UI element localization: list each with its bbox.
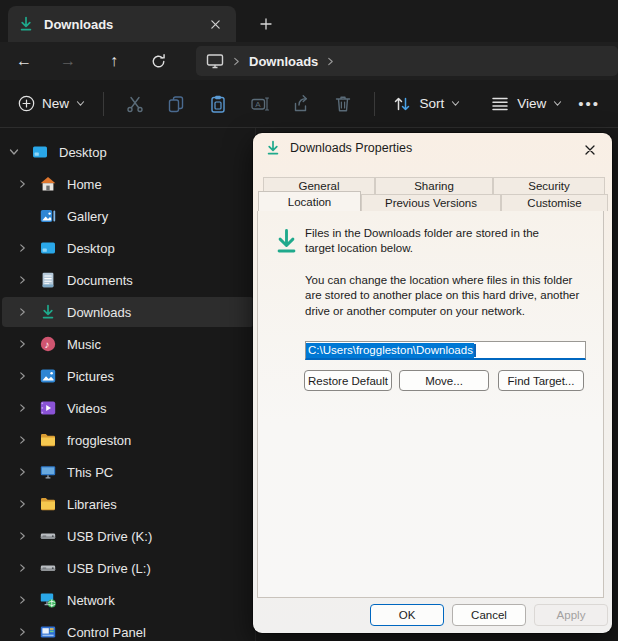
- delete-button[interactable]: [325, 87, 361, 121]
- chevron-right-icon[interactable]: [16, 595, 28, 605]
- sidebar-item-pictures[interactable]: Pictures: [2, 361, 254, 391]
- address-bar[interactable]: Downloads: [196, 46, 618, 76]
- view-button[interactable]: View: [482, 88, 570, 120]
- new-button-label: New: [42, 96, 69, 111]
- tab-location[interactable]: Location: [258, 191, 361, 211]
- command-toolbar: New Sort View •••: [0, 80, 618, 128]
- explorer-tab-downloads[interactable]: Downloads: [8, 6, 236, 42]
- chevron-right-icon[interactable]: [16, 307, 28, 317]
- rename-button[interactable]: [242, 87, 278, 121]
- more-options-button[interactable]: •••: [570, 95, 608, 112]
- sidebar-item-gallery[interactable]: Gallery: [2, 201, 254, 231]
- chevron-right-icon[interactable]: [16, 531, 28, 541]
- desktop-icon: [32, 144, 49, 160]
- location-description-text: You can change the location where files …: [305, 273, 583, 319]
- move-button[interactable]: Move...: [399, 370, 489, 391]
- folder-icon: [40, 496, 57, 512]
- back-button[interactable]: ←: [8, 46, 40, 76]
- sidebar-item-label: Libraries: [67, 497, 117, 512]
- sidebar-item-label: Gallery: [67, 209, 108, 224]
- sidebar-item-label: Desktop: [67, 241, 115, 256]
- sidebar-item-home[interactable]: Home: [2, 169, 254, 199]
- sidebar-item-label: Videos: [67, 401, 107, 416]
- sort-button-label: Sort: [419, 96, 444, 111]
- find-target-button[interactable]: Find Target...: [498, 370, 584, 391]
- toolbar-separator: [103, 92, 104, 116]
- sidebar-item-froggleston[interactable]: froggleston: [2, 425, 254, 455]
- sidebar-item-music[interactable]: Music: [2, 329, 254, 359]
- sort-button[interactable]: Sort: [384, 88, 468, 120]
- restore-default-button[interactable]: Restore Default: [304, 370, 392, 391]
- tab-sharing[interactable]: Sharing: [375, 177, 493, 194]
- chevron-right-icon[interactable]: [16, 435, 28, 445]
- chevron-right-icon[interactable]: [16, 275, 28, 285]
- network-icon: [40, 592, 57, 608]
- tab-security[interactable]: Security: [493, 177, 605, 194]
- chevron-right-icon[interactable]: [16, 339, 28, 349]
- apply-button[interactable]: Apply: [534, 604, 608, 626]
- sidebar-item-label: Network: [67, 593, 115, 608]
- paste-button[interactable]: [200, 87, 236, 121]
- tab-customise[interactable]: Customise: [501, 194, 608, 211]
- chevron-right-icon[interactable]: [16, 563, 28, 573]
- sidebar-item-videos[interactable]: Videos: [2, 393, 254, 423]
- toolbar-separator: [374, 92, 375, 116]
- navigation-bar: ← → ↑ Downloads: [0, 42, 618, 80]
- refresh-button[interactable]: [142, 46, 174, 76]
- sidebar-item-usb-drive-k[interactable]: USB Drive (K:): [2, 521, 254, 551]
- location-path-input[interactable]: C:\Users\froggleston\Downloads: [305, 341, 586, 360]
- chevron-right-icon[interactable]: [16, 499, 28, 509]
- music-icon: [40, 336, 57, 352]
- breadcrumb-chevron-icon[interactable]: [327, 57, 334, 66]
- dialog-close-icon[interactable]: [578, 139, 602, 161]
- text-caret: [474, 344, 476, 357]
- this-pc-icon: [40, 464, 57, 480]
- sidebar-item-label: USB Drive (K:): [67, 529, 152, 544]
- sidebar-item-desktop-pinned[interactable]: Desktop: [2, 233, 254, 263]
- videos-icon: [40, 400, 57, 416]
- sidebar-item-network[interactable]: Network: [2, 585, 254, 615]
- dialog-title-bar: Downloads Properties: [265, 140, 412, 156]
- new-tab-button[interactable]: [252, 10, 280, 38]
- chevron-right-icon[interactable]: [16, 371, 28, 381]
- sidebar-item-label: Documents: [67, 273, 133, 288]
- downloads-icon: [265, 140, 281, 156]
- control-panel-icon: [40, 624, 57, 640]
- chevron-down-icon: [451, 100, 460, 107]
- location-tab-page: Files in the Downloads folder are stored…: [257, 211, 604, 598]
- desktop-icon: [40, 240, 57, 256]
- new-button[interactable]: New: [10, 89, 93, 118]
- sidebar-item-label: This PC: [67, 465, 113, 480]
- downloads-icon: [18, 16, 34, 32]
- up-button[interactable]: ↑: [98, 46, 130, 76]
- folder-icon: [40, 432, 57, 448]
- cut-button[interactable]: [117, 87, 153, 121]
- forward-button[interactable]: →: [52, 46, 84, 76]
- chevron-right-icon[interactable]: [16, 627, 28, 637]
- breadcrumb-chevron-icon[interactable]: [233, 57, 240, 66]
- share-button[interactable]: [283, 87, 319, 121]
- dialog-title: Downloads Properties: [290, 141, 412, 155]
- chevron-down-icon: [76, 100, 85, 107]
- ok-button[interactable]: OK: [370, 604, 444, 626]
- breadcrumb-downloads[interactable]: Downloads: [249, 54, 318, 69]
- sidebar-item-documents[interactable]: Documents: [2, 265, 254, 295]
- navigation-pane: Desktop Home Gallery Desktop Documents D…: [0, 128, 255, 641]
- copy-button[interactable]: [159, 87, 195, 121]
- sidebar-item-desktop[interactable]: Desktop: [2, 137, 254, 167]
- location-intro-text: Files in the Downloads folder are stored…: [305, 226, 571, 257]
- sidebar-item-this-pc[interactable]: This PC: [2, 457, 254, 487]
- sidebar-item-usb-drive-l[interactable]: USB Drive (L:): [2, 553, 254, 583]
- chevron-down-icon[interactable]: [8, 148, 20, 156]
- tab-close-icon[interactable]: [204, 13, 226, 35]
- cancel-button[interactable]: Cancel: [452, 604, 526, 626]
- tab-previous-versions[interactable]: Previous Versions: [361, 194, 501, 211]
- chevron-right-icon[interactable]: [16, 179, 28, 189]
- chevron-right-icon[interactable]: [16, 243, 28, 253]
- sidebar-item-control-panel[interactable]: Control Panel: [2, 617, 254, 641]
- plus-circle-icon: [18, 95, 35, 112]
- chevron-right-icon[interactable]: [16, 403, 28, 413]
- sidebar-item-downloads[interactable]: Downloads: [2, 297, 254, 327]
- sidebar-item-libraries[interactable]: Libraries: [2, 489, 254, 519]
- chevron-right-icon[interactable]: [16, 467, 28, 477]
